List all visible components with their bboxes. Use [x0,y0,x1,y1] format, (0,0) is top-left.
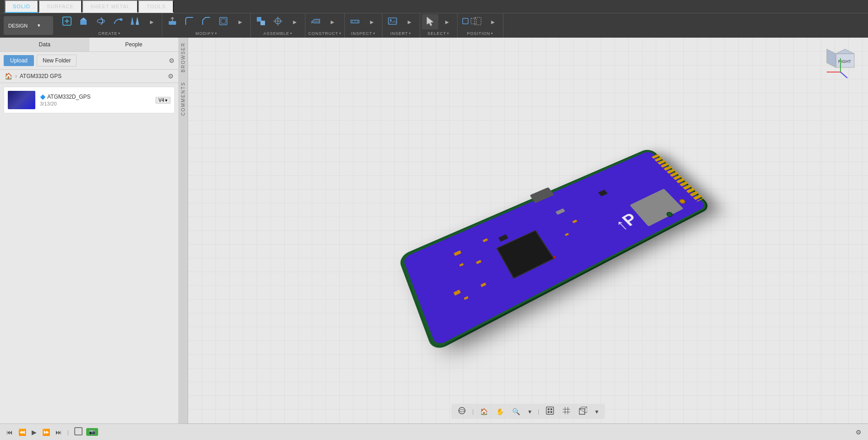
grid-button[interactable] [560,406,572,417]
capacitor [678,198,686,205]
sidebar-tabs: Data People [0,38,178,52]
extrude-button[interactable] [76,14,92,29]
sidebar-settings-button[interactable]: ⚙ [169,57,175,64]
offset-plane-button[interactable] [307,14,324,29]
svg-rect-9 [169,21,176,25]
breadcrumb-settings-icon[interactable]: ⚙ [168,72,174,80]
svg-marker-8 [136,17,139,25]
svg-rect-38 [550,411,552,413]
more-modify-button[interactable]: ▸ [232,16,249,28]
revolve-button[interactable] [93,14,109,29]
select-label: SELECT ▾ [420,30,457,38]
new-body-button[interactable] [59,14,75,29]
toolbar-section-create: ▸ CREATE ▾ [57,13,162,38]
svg-marker-7 [131,17,134,25]
play-button[interactable]: ▶ [30,428,39,437]
svg-rect-3 [80,20,87,25]
bottom-settings-button[interactable]: ⚙ [854,428,863,437]
sweep-button[interactable] [110,14,126,29]
zoom-dropdown-button[interactable]: ▾ [526,407,533,416]
more-create-icon: ▸ [150,17,154,26]
more-view-button[interactable]: ▾ [593,407,600,416]
toolbar: SOLID SURFACE SHEET METAL TOOLS DESIGN ▾ [0,0,868,38]
orbit-button[interactable] [456,406,468,417]
design-label: DESIGN [8,23,28,28]
more-insert-icon: ▸ [408,17,411,26]
more-position-button[interactable]: ▸ [485,16,501,28]
goto-end-button[interactable]: ⏭ [54,428,64,437]
file-date: 3/13/20 [40,101,151,106]
measure-button[interactable] [347,14,363,29]
more-create-button[interactable]: ▸ [144,16,160,28]
breadcrumb: 🏠 › ATGM332D GPS ⚙ [0,70,178,83]
smd-component-9 [564,233,569,236]
svg-marker-4 [80,17,87,20]
tab-surface[interactable]: SURFACE [39,0,82,13]
tab-tools[interactable]: TOOLS [138,0,174,13]
chamfer-button[interactable] [198,14,215,29]
more-select-button[interactable]: ▸ [439,16,455,28]
goto-start-button[interactable]: ⏮ [5,428,15,437]
comments-label[interactable]: COMMENTS [179,77,188,120]
joint-button[interactable] [270,14,286,29]
modify-label: MODIFY ▾ [162,30,250,38]
pan-button[interactable]: ✋ [494,407,506,416]
select-icons-row: ▸ [420,13,457,30]
position-arrow-icon: ▾ [491,32,493,35]
chamfer-icon [201,16,212,28]
step-back-button[interactable]: ⏪ [17,428,28,437]
select-tool-button[interactable] [422,14,438,29]
toolbar-section-select: ▸ SELECT ▾ [420,13,458,38]
new-component-button[interactable] [253,14,269,29]
shell-button[interactable] [215,14,232,29]
modify-icons-row: ▸ [162,13,250,30]
tab-people[interactable]: People [89,38,179,51]
select-tool-icon [425,16,436,28]
smd-component-5 [453,290,461,295]
view-cube-button[interactable] [577,406,589,417]
insert-arrow-icon: ▾ [409,32,411,35]
more-assemble-button[interactable]: ▸ [287,16,303,28]
more-inspect-button[interactable]: ▸ [364,16,380,28]
viewport-controls-bar: | 🏠 ✋ 🔍 ▾ | ▾ [451,404,605,419]
insert-image-button[interactable] [384,14,401,29]
loft-button[interactable] [127,14,143,29]
tab-solid[interactable]: SOLID [5,0,39,13]
upload-button[interactable]: Upload [4,55,34,66]
sidebar: Data People Upload New Folder ⚙ 🏠 › ATGM… [0,38,179,423]
smd-component-2 [482,238,488,242]
timeline-button[interactable] [72,426,84,438]
insert-label: INSERT ▾ [382,30,420,38]
press-pull-button[interactable] [164,14,181,29]
step-forward-button[interactable]: ⏩ [40,428,52,437]
fillet-button[interactable] [181,14,198,29]
camera-button[interactable]: 📷 [86,428,98,436]
design-button[interactable]: DESIGN ▾ [4,16,53,35]
tab-data[interactable]: Data [0,38,89,51]
file-version-selector[interactable]: V4 ▾ [155,97,171,104]
inspect-label: INSPECT ▾ [345,30,382,38]
tab-sheet-metal[interactable]: SHEET METAL [82,0,138,13]
browser-label[interactable]: BROWSER [179,38,188,77]
display-mode-button[interactable] [544,406,556,417]
bottom-bar: ⏮ ⏪ ▶ ⏩ ⏭ | 📷 ⚙ [0,423,868,440]
toolbar-content: DESIGN ▾ [0,13,868,38]
svg-marker-27 [836,49,854,54]
svg-rect-34 [546,407,553,414]
more-construct-icon: ▸ [331,17,334,26]
insert-image-icon [387,16,398,28]
home-view-button[interactable]: 🏠 [478,407,490,416]
toolbar-section-position: ▸ POSITION ▾ [458,13,503,38]
more-construct-button[interactable]: ▸ [324,16,341,28]
align-button[interactable] [459,14,484,29]
svg-rect-24 [471,18,476,24]
viewport[interactable]: ↑P RIGHT [188,38,868,423]
breadcrumb-path[interactable]: ATGM332D GPS [20,73,61,79]
new-folder-button[interactable]: New Folder [37,55,77,67]
more-insert-button[interactable]: ▸ [401,16,418,28]
zoom-button[interactable]: 🔍 [510,407,522,416]
breadcrumb-home-icon[interactable]: 🏠 [5,72,12,80]
file-name-text: ATGM332D_GPS [47,94,90,100]
file-item[interactable]: 🔷 ATGM332D_GPS 3/13/20 V4 ▾ [4,87,175,113]
svg-line-32 [840,72,847,78]
